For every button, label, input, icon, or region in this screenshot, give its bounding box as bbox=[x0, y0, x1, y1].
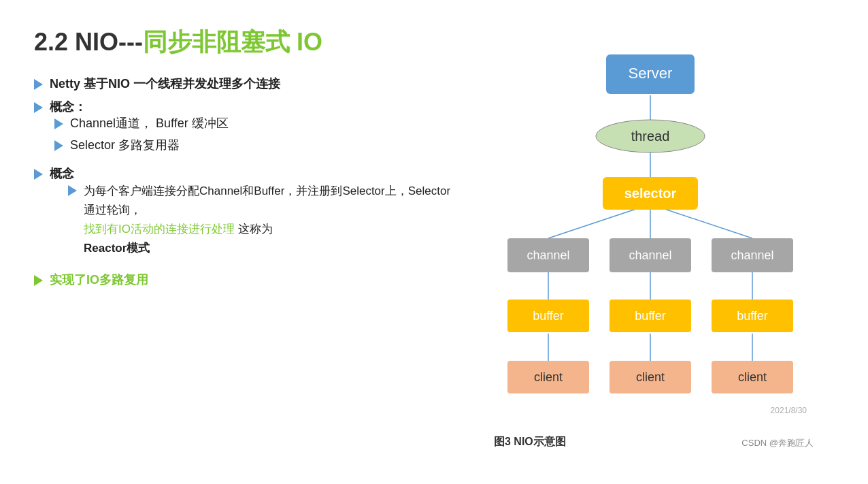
list-item: 概念： Channel通道， Buffer 缓冲区 Selector 多路复用器 bbox=[34, 99, 453, 159]
diagram-caption: 图3 NIO示意图 bbox=[494, 435, 566, 449]
svg-text:client: client bbox=[636, 370, 665, 384]
date-watermark: 2021/8/30 bbox=[771, 406, 807, 415]
sub-text: Channel通道， Buffer 缓冲区 bbox=[70, 115, 229, 131]
title-prefix: 2.2 NIO--- bbox=[34, 28, 143, 56]
bullet-text: 概念： bbox=[50, 99, 86, 115]
svg-text:selector: selector bbox=[624, 186, 677, 201]
nio-diagram: Server thread selector channel channel c… bbox=[480, 34, 820, 456]
list-item: Netty 基于NIO 一个线程并发处理多个连接 bbox=[34, 76, 453, 92]
slide-container: 2.2 NIO---同步非阻塞式 IO Netty 基于NIO 一个线程并发处理… bbox=[0, 0, 868, 484]
bullet-text: Netty 基于NIO 一个线程并发处理多个连接 bbox=[50, 76, 280, 92]
svg-text:thread: thread bbox=[631, 129, 670, 144]
svg-text:channel: channel bbox=[629, 248, 671, 262]
bullet-arrow-icon bbox=[68, 185, 77, 196]
content-list: Netty 基于NIO 一个线程并发处理多个连接 概念： Channel通道， … bbox=[34, 76, 453, 288]
diagram-container: Server thread selector channel channel c… bbox=[480, 34, 820, 456]
right-panel: Server thread selector channel channel c… bbox=[467, 27, 834, 464]
list-item: 概念 为每个客户端连接分配Channel和Buffer，并注册到Selector… bbox=[34, 165, 453, 265]
list-item: 实现了IO多路复用 bbox=[34, 272, 453, 288]
sub-text: Selector 多路复用器 bbox=[70, 137, 180, 153]
svg-text:channel: channel bbox=[527, 248, 569, 262]
page-title: 2.2 NIO---同步非阻塞式 IO bbox=[34, 27, 453, 57]
list-item: Selector 多路复用器 bbox=[54, 137, 229, 153]
svg-text:buffer: buffer bbox=[737, 309, 768, 323]
title-highlight: 同步非阻塞式 IO bbox=[143, 28, 322, 56]
svg-text:channel: channel bbox=[731, 248, 773, 262]
svg-text:client: client bbox=[738, 370, 767, 384]
svg-text:buffer: buffer bbox=[533, 309, 564, 323]
svg-text:client: client bbox=[534, 370, 563, 384]
bullet-text: 概念 bbox=[50, 165, 74, 182]
diagram-credit: CSDN @奔跑匠人 bbox=[741, 437, 814, 449]
svg-text:Server: Server bbox=[629, 65, 673, 82]
bullet-arrow-icon bbox=[54, 118, 63, 129]
bullet-arrow-icon bbox=[34, 169, 43, 180]
bullet-arrow-icon bbox=[34, 102, 43, 113]
bullet-arrow-icon bbox=[54, 140, 63, 151]
left-panel: 2.2 NIO---同步非阻塞式 IO Netty 基于NIO 一个线程并发处理… bbox=[34, 27, 453, 464]
sub-list: Channel通道， Buffer 缓冲区 Selector 多路复用器 bbox=[54, 115, 229, 159]
list-item: Channel通道， Buffer 缓冲区 bbox=[54, 115, 229, 131]
list-item: 为每个客户端连接分配Channel和Buffer，并注册到Selector上，S… bbox=[68, 182, 453, 258]
bullet-arrow-icon bbox=[34, 275, 43, 286]
sub-list: 为每个客户端连接分配Channel和Buffer，并注册到Selector上，S… bbox=[54, 182, 453, 265]
bullet-text: 实现了IO多路复用 bbox=[50, 272, 148, 288]
svg-text:buffer: buffer bbox=[635, 309, 666, 323]
sub-paragraph: 为每个客户端连接分配Channel和Buffer，并注册到Selector上，S… bbox=[84, 182, 453, 258]
bullet-arrow-icon bbox=[34, 79, 43, 90]
